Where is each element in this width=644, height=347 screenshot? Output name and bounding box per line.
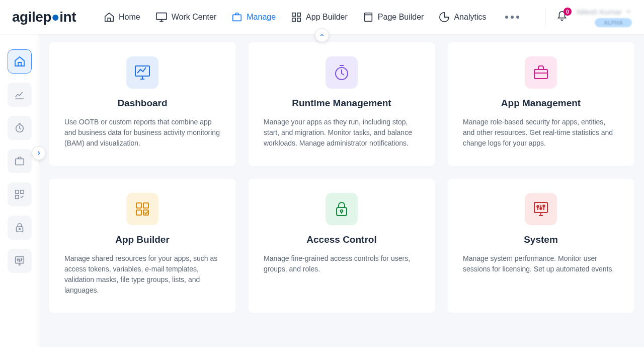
card-system-title: System: [463, 234, 619, 245]
nav-app-builder-label: App Builder: [306, 13, 348, 22]
nav-home-label: Home: [119, 13, 140, 22]
sidebar-item-home[interactable]: [8, 49, 32, 74]
brand-logo[interactable]: agilep●int: [12, 9, 76, 25]
nav-page-builder[interactable]: Page Builder: [363, 9, 424, 26]
stopwatch-icon: [14, 122, 25, 133]
svg-rect-0: [156, 13, 167, 20]
svg-rect-3: [297, 13, 300, 16]
sidebar-item-app-builder[interactable]: [8, 182, 32, 206]
card-app-builder-desc: Manage shared resources for your apps, s…: [64, 253, 220, 296]
card-app-builder-title: App Builder: [64, 234, 220, 245]
card-app-management[interactable]: App Management Manage role-based securit…: [448, 42, 634, 166]
svg-point-16: [19, 260, 20, 261]
pie-chart-icon: [439, 12, 450, 23]
runtime-card-icon: [326, 56, 358, 89]
svg-rect-11: [15, 195, 18, 198]
main-content: Dashboard Use OOTB or custom reports tha…: [39, 34, 644, 347]
card-system-desc: Manage system performance. Monitor user …: [463, 253, 619, 274]
house-icon: [14, 55, 26, 67]
card-access-control[interactable]: Access Control Manage fine-grained acces…: [249, 179, 435, 313]
svg-rect-12: [16, 227, 23, 232]
user-display-name: Nilesh Kumar: [577, 8, 622, 16]
sidebar-item-dashboard[interactable]: [8, 83, 32, 107]
svg-point-28: [537, 205, 539, 207]
system-card-icon: [525, 193, 557, 225]
chevron-down-icon: [625, 8, 632, 15]
card-runtime[interactable]: Runtime Management Manage your apps as t…: [249, 42, 435, 166]
svg-point-15: [17, 259, 18, 260]
app-builder-card-icon: [126, 193, 158, 225]
toolbox-icon: [532, 63, 550, 82]
sidebar-item-runtime[interactable]: [8, 116, 32, 140]
svg-rect-22: [143, 203, 148, 208]
top-nav: agilep●int Home Work Center Manage App B…: [0, 0, 644, 34]
card-app-builder[interactable]: App Builder Manage shared resources for …: [49, 179, 235, 313]
card-dashboard-desc: Use OOTB or custom reports that combine …: [64, 117, 220, 149]
card-system[interactable]: System Manage system performance. Monito…: [448, 179, 634, 313]
home-icon: [104, 12, 115, 23]
svg-rect-5: [297, 18, 300, 21]
svg-point-17: [21, 258, 22, 259]
monitor-icon: [155, 12, 168, 23]
padlock-icon: [333, 200, 351, 218]
layout: Dashboard Use OOTB or custom reports tha…: [0, 34, 644, 347]
svg-point-29: [540, 207, 542, 210]
svg-rect-10: [20, 190, 23, 193]
sidebar: [0, 34, 39, 347]
sidebar-item-app-mgmt[interactable]: [8, 149, 32, 173]
nav-analytics-label: Analytics: [454, 13, 486, 22]
svg-point-13: [19, 228, 20, 230]
brand-dot-icon: ●: [51, 9, 59, 25]
nav-more-button[interactable]: [505, 16, 519, 19]
user-menu[interactable]: Nilesh Kumar: [577, 8, 632, 16]
notifications-button[interactable]: 0: [556, 11, 568, 24]
monitor-chart-icon: [133, 63, 151, 82]
svg-rect-1: [233, 15, 242, 21]
stopwatch-icon: [333, 63, 351, 82]
chevron-right-icon: [35, 150, 42, 157]
svg-rect-4: [292, 18, 295, 21]
briefcase-icon: [231, 12, 243, 23]
card-runtime-title: Runtime Management: [264, 98, 420, 109]
brand-text-2: int: [59, 9, 76, 25]
nav-work-center[interactable]: Work Center: [155, 9, 217, 26]
chevron-up-icon: [318, 32, 326, 39]
access-card-icon: [326, 193, 358, 225]
expand-sidebar-button[interactable]: [32, 146, 46, 160]
page-icon: [363, 12, 374, 23]
svg-rect-20: [534, 70, 547, 79]
nav-manage-label: Manage: [247, 13, 276, 22]
system-monitor-icon: [532, 200, 550, 218]
nav-home[interactable]: Home: [104, 9, 140, 26]
sidebar-item-system[interactable]: [8, 249, 32, 273]
top-nav-right: 0 Nilesh Kumar ALPHA: [545, 8, 632, 27]
svg-rect-8: [15, 159, 24, 165]
sliders-monitor-icon: [14, 255, 25, 266]
app-mgmt-card-icon: [525, 56, 557, 89]
notification-badge: 0: [564, 8, 572, 16]
card-access-title: Access Control: [264, 234, 420, 245]
nav-page-builder-label: Page Builder: [378, 13, 424, 22]
sidebar-item-access[interactable]: [8, 216, 32, 240]
apps-grid-icon: [14, 189, 25, 200]
card-access-desc: Manage fine-grained access controls for …: [264, 253, 420, 274]
card-dashboard[interactable]: Dashboard Use OOTB or custom reports tha…: [49, 42, 235, 166]
svg-point-26: [341, 210, 343, 213]
card-app-mgmt-title: App Management: [463, 98, 619, 109]
user-tag: ALPHA: [595, 18, 632, 27]
nav-app-builder[interactable]: App Builder: [291, 9, 348, 26]
svg-rect-25: [337, 207, 347, 216]
dashboard-card-icon: [126, 56, 158, 89]
lock-icon: [14, 222, 25, 233]
grid-icon: [291, 12, 302, 23]
nav-items: Home Work Center Manage App Builder Page…: [104, 9, 519, 26]
card-dashboard-title: Dashboard: [64, 98, 220, 109]
nav-manage[interactable]: Manage: [231, 9, 276, 26]
chart-line-icon: [14, 89, 25, 100]
cards-grid: Dashboard Use OOTB or custom reports tha…: [49, 42, 634, 313]
modules-grid-icon: [133, 200, 151, 218]
nav-analytics[interactable]: Analytics: [439, 9, 486, 26]
svg-rect-2: [292, 13, 295, 16]
user-block: Nilesh Kumar ALPHA: [577, 8, 632, 27]
collapse-topnav-button[interactable]: [315, 28, 329, 42]
